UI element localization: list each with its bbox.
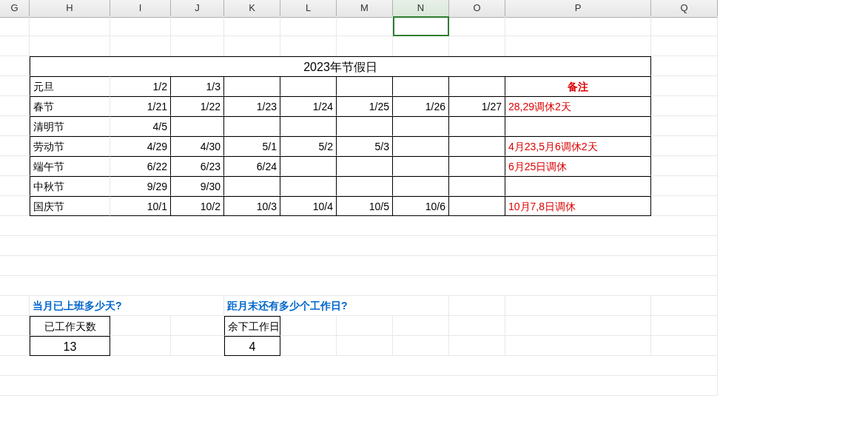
cell[interactable]	[651, 16, 718, 36]
cell[interactable]	[651, 96, 718, 116]
cell[interactable]	[0, 156, 30, 176]
cell[interactable]	[651, 36, 718, 56]
question-1[interactable]: 当月已上班多少天?	[30, 296, 224, 316]
cell[interactable]	[0, 336, 30, 356]
holiday-date[interactable]: 10/4	[280, 196, 337, 216]
cell[interactable]	[110, 16, 171, 36]
holiday-name[interactable]: 元旦	[30, 76, 110, 96]
cell[interactable]	[110, 36, 171, 56]
holiday-date[interactable]: 6/24	[224, 156, 280, 176]
holiday-date[interactable]	[224, 76, 280, 96]
holiday-name[interactable]: 春节	[30, 96, 110, 116]
cell[interactable]	[651, 336, 718, 356]
holiday-date[interactable]: 1/27	[449, 96, 505, 116]
cell[interactable]	[171, 16, 224, 36]
holiday-date[interactable]: 4/30	[171, 136, 224, 156]
cell[interactable]	[337, 36, 393, 56]
cell[interactable]	[0, 316, 30, 336]
cell[interactable]	[449, 36, 505, 56]
cell[interactable]	[449, 316, 505, 336]
table-title[interactable]: 2023年节假日	[30, 56, 651, 76]
holiday-remark[interactable]: 10月7,8日调休	[505, 196, 651, 216]
holiday-date[interactable]: 10/5	[337, 196, 393, 216]
holiday-date[interactable]: 1/3	[171, 76, 224, 96]
cell[interactable]	[337, 336, 393, 356]
holiday-date[interactable]: 9/29	[110, 176, 171, 196]
holiday-date[interactable]: 1/23	[224, 96, 280, 116]
cell[interactable]	[449, 16, 505, 36]
cell[interactable]	[651, 136, 718, 156]
holiday-remark[interactable]	[505, 116, 651, 136]
cell[interactable]	[30, 16, 110, 36]
cell[interactable]	[30, 36, 110, 56]
cell[interactable]	[224, 36, 280, 56]
colhdr-J[interactable]: J	[171, 0, 224, 18]
cell[interactable]	[0, 56, 30, 76]
cell[interactable]	[0, 236, 718, 256]
cell[interactable]	[651, 176, 718, 196]
cell[interactable]	[505, 336, 651, 356]
cell[interactable]	[651, 116, 718, 136]
holiday-date[interactable]	[393, 176, 449, 196]
cell[interactable]	[171, 36, 224, 56]
colhdr-O[interactable]: O	[449, 0, 505, 18]
cell[interactable]	[337, 316, 393, 336]
cell[interactable]	[280, 36, 337, 56]
cell[interactable]	[280, 336, 337, 356]
colhdr-I[interactable]: I	[110, 0, 171, 18]
holiday-date[interactable]	[224, 116, 280, 136]
holiday-date[interactable]: 1/22	[171, 96, 224, 116]
cell[interactable]	[0, 136, 30, 156]
cell[interactable]	[0, 116, 30, 136]
cell[interactable]	[110, 316, 171, 336]
holiday-name[interactable]: 国庆节	[30, 196, 110, 216]
remaining-days-label[interactable]: 余下工作日	[224, 316, 280, 336]
holiday-date[interactable]	[393, 136, 449, 156]
holiday-date[interactable]: 6/23	[171, 156, 224, 176]
cell[interactable]	[171, 336, 224, 356]
cell[interactable]	[337, 16, 393, 36]
holiday-date[interactable]: 10/2	[171, 196, 224, 216]
holiday-date[interactable]: 1/21	[110, 96, 171, 116]
holiday-date[interactable]	[171, 116, 224, 136]
cell[interactable]	[0, 376, 718, 396]
colhdr-M[interactable]: M	[337, 0, 393, 18]
cell[interactable]	[0, 176, 30, 196]
holiday-date[interactable]: 1/26	[393, 96, 449, 116]
holiday-name[interactable]: 端午节	[30, 156, 110, 176]
cell[interactable]	[171, 316, 224, 336]
holiday-date[interactable]: 4/5	[110, 116, 171, 136]
holiday-date[interactable]	[280, 176, 337, 196]
holiday-date[interactable]: 1/2	[110, 76, 171, 96]
cell[interactable]	[651, 76, 718, 96]
colhdr-H[interactable]: H	[30, 0, 110, 18]
holiday-date[interactable]: 10/3	[224, 196, 280, 216]
cell[interactable]	[280, 16, 337, 36]
cell[interactable]	[651, 296, 718, 316]
holiday-date[interactable]	[280, 116, 337, 136]
holiday-date[interactable]: 5/2	[280, 136, 337, 156]
cell[interactable]	[651, 316, 718, 336]
cell[interactable]	[0, 356, 718, 376]
holiday-date[interactable]	[449, 176, 505, 196]
worked-days-label[interactable]: 已工作天数	[30, 316, 110, 336]
holiday-date[interactable]: 5/1	[224, 136, 280, 156]
holiday-date[interactable]	[449, 156, 505, 176]
holiday-remark[interactable]: 28,29调休2天	[505, 96, 651, 116]
colhdr-L[interactable]: L	[280, 0, 337, 18]
cell[interactable]	[393, 336, 449, 356]
holiday-date[interactable]	[393, 156, 449, 176]
colhdr-K[interactable]: K	[224, 0, 280, 18]
holiday-date[interactable]	[337, 156, 393, 176]
remark-header[interactable]: 备注	[505, 76, 651, 96]
holiday-date[interactable]: 9/30	[171, 176, 224, 196]
cell[interactable]	[0, 76, 30, 96]
holiday-name[interactable]: 劳动节	[30, 136, 110, 156]
holiday-date[interactable]	[337, 116, 393, 136]
cell[interactable]	[280, 316, 337, 336]
cell[interactable]	[651, 56, 718, 76]
holiday-date[interactable]: 4/29	[110, 136, 171, 156]
colhdr-Q[interactable]: Q	[651, 0, 718, 18]
colhdr-G[interactable]: G	[0, 0, 30, 18]
holiday-name[interactable]: 清明节	[30, 116, 110, 136]
